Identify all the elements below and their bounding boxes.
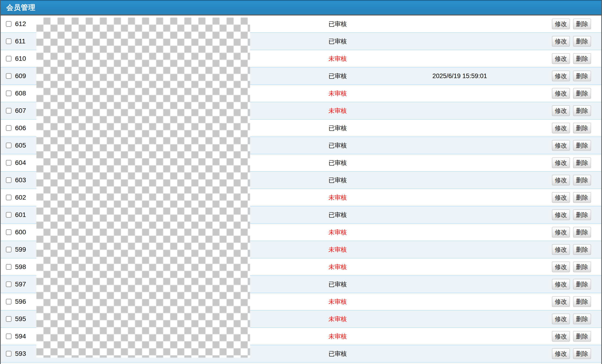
row-actions: 修改 删除	[552, 331, 591, 342]
row-actions: 修改 删除	[552, 210, 591, 220]
delete-button[interactable]: 删除	[573, 123, 591, 134]
row-actions: 修改 删除	[552, 244, 591, 255]
row-select-checkbox[interactable]	[6, 229, 11, 235]
row-actions: 修改 删除	[552, 349, 591, 359]
member-id: 602	[15, 194, 26, 201]
audit-status: 未审核	[302, 89, 373, 98]
delete-button[interactable]: 删除	[573, 331, 591, 342]
audit-status: 已审核	[302, 211, 373, 219]
edit-button[interactable]: 修改	[552, 158, 570, 168]
edit-button[interactable]: 修改	[552, 192, 570, 203]
member-management-page: 会员管理 612 已审核 修改 删除 611 已审核 修改 删除 610 未审核…	[0, 0, 602, 364]
delete-button[interactable]: 删除	[573, 88, 591, 99]
row-actions: 修改 删除	[552, 279, 591, 290]
row-select-checkbox[interactable]	[6, 333, 11, 339]
edit-button[interactable]: 修改	[552, 140, 570, 151]
edit-button[interactable]: 修改	[552, 279, 570, 290]
edit-button[interactable]: 修改	[552, 36, 570, 47]
member-id: 595	[15, 315, 26, 323]
audit-status: 未审核	[302, 246, 373, 254]
delete-button[interactable]: 删除	[573, 262, 591, 272]
delete-button[interactable]: 删除	[573, 349, 591, 359]
row-select-checkbox[interactable]	[6, 177, 11, 183]
table-row: 611 已审核 修改 删除	[1, 33, 601, 50]
row-select-checkbox[interactable]	[6, 247, 11, 252]
row-select-checkbox[interactable]	[6, 316, 11, 322]
delete-button[interactable]: 删除	[573, 36, 591, 47]
table-row: 604 已审核 修改 删除	[1, 154, 601, 172]
audit-status: 未审核	[302, 228, 373, 236]
row-actions: 修改 删除	[552, 19, 591, 29]
page-title: 会员管理	[6, 3, 35, 12]
member-id: 612	[15, 20, 26, 28]
delete-button[interactable]: 删除	[573, 210, 591, 220]
row-actions: 修改 删除	[552, 71, 591, 81]
delete-button[interactable]: 删除	[573, 244, 591, 255]
title-bar: 会员管理	[1, 0, 601, 15]
member-id: 598	[15, 263, 26, 271]
table-row: 606 已审核 修改 删除	[1, 120, 601, 137]
delete-button[interactable]: 删除	[573, 279, 591, 290]
member-id: 604	[15, 159, 26, 166]
row-select-checkbox[interactable]	[6, 91, 11, 96]
table-row: 612 已审核 修改 删除	[1, 15, 601, 33]
member-id: 609	[15, 72, 26, 80]
edit-button[interactable]: 修改	[552, 210, 570, 220]
edit-button[interactable]: 修改	[552, 88, 570, 99]
row-select-checkbox[interactable]	[6, 351, 11, 356]
edit-button[interactable]: 修改	[552, 262, 570, 272]
audit-status: 已审核	[302, 350, 373, 358]
row-actions: 修改 删除	[552, 227, 591, 238]
table-row: 600 未审核 修改 删除	[1, 224, 601, 241]
row-select-checkbox[interactable]	[6, 21, 11, 27]
delete-button[interactable]: 删除	[573, 227, 591, 238]
table-row: 605 已审核 修改 删除	[1, 137, 601, 154]
delete-button[interactable]: 删除	[573, 53, 591, 64]
edit-button[interactable]: 修改	[552, 314, 570, 324]
audit-status: 已审核	[302, 280, 373, 289]
delete-button[interactable]: 删除	[573, 296, 591, 307]
edit-button[interactable]: 修改	[552, 71, 570, 81]
table-row: 599 未审核 修改 删除	[1, 241, 601, 259]
delete-button[interactable]: 删除	[573, 71, 591, 81]
table-row: 609 已审核 2025/6/19 15:59:01 修改 删除	[1, 68, 601, 85]
edit-button[interactable]: 修改	[552, 227, 570, 238]
edit-button[interactable]: 修改	[552, 105, 570, 116]
edit-button[interactable]: 修改	[552, 175, 570, 186]
delete-button[interactable]: 删除	[573, 19, 591, 29]
table-row: 594 未审核 修改 删除	[1, 328, 601, 345]
row-select-checkbox[interactable]	[6, 195, 11, 200]
member-id: 601	[15, 211, 26, 218]
delete-button[interactable]: 删除	[573, 158, 591, 168]
member-id: 594	[15, 333, 26, 340]
delete-button[interactable]: 删除	[573, 192, 591, 203]
row-select-checkbox[interactable]	[6, 108, 11, 114]
row-select-checkbox[interactable]	[6, 160, 11, 166]
row-actions: 修改 删除	[552, 105, 591, 116]
row-select-checkbox[interactable]	[6, 143, 11, 148]
edit-button[interactable]: 修改	[552, 123, 570, 134]
delete-button[interactable]: 删除	[573, 175, 591, 186]
edit-button[interactable]: 修改	[552, 19, 570, 29]
row-select-checkbox[interactable]	[6, 264, 11, 270]
edit-button[interactable]: 修改	[552, 53, 570, 64]
row-select-checkbox[interactable]	[6, 299, 11, 304]
row-select-checkbox[interactable]	[6, 73, 11, 79]
delete-button[interactable]: 删除	[573, 105, 591, 116]
edit-button[interactable]: 修改	[552, 296, 570, 307]
edit-button[interactable]: 修改	[552, 331, 570, 342]
row-select-checkbox[interactable]	[6, 281, 11, 287]
row-select-checkbox[interactable]	[6, 212, 11, 218]
audit-status: 未审核	[302, 332, 373, 341]
edit-button[interactable]: 修改	[552, 349, 570, 359]
table-row: 610 未审核 修改 删除	[1, 50, 601, 68]
row-select-checkbox[interactable]	[6, 39, 11, 44]
delete-button[interactable]: 删除	[573, 140, 591, 151]
row-select-checkbox[interactable]	[6, 125, 11, 131]
row-select-checkbox[interactable]	[6, 56, 11, 62]
audit-status: 已审核	[302, 37, 373, 45]
row-actions: 修改 删除	[552, 175, 591, 186]
edit-button[interactable]: 修改	[552, 244, 570, 255]
member-id: 607	[15, 107, 26, 114]
delete-button[interactable]: 删除	[573, 314, 591, 324]
